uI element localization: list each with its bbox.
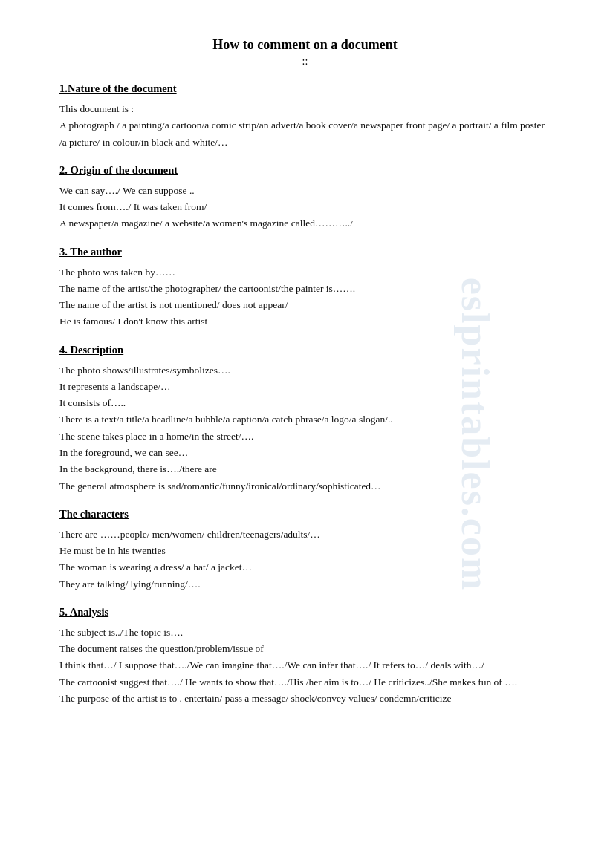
section-line: The woman is wearing a dress/ a hat/ a j… bbox=[59, 559, 551, 575]
section-line: He must be in his twenties bbox=[59, 543, 551, 559]
section-line: The photo shows/illustrates/symbolizes…. bbox=[59, 362, 551, 379]
section-line: It comes from…./ It was taken from/ bbox=[59, 199, 551, 215]
section-analysis: 5. AnalysisThe subject is../The topic is… bbox=[59, 606, 551, 707]
section-heading-origin: 2. Origin of the document bbox=[59, 164, 551, 177]
section-line: The name of the artist/the photographer/… bbox=[59, 281, 551, 297]
section-heading-nature: 1.Nature of the document bbox=[59, 82, 551, 95]
section-heading-author: 3. The author bbox=[59, 246, 551, 258]
section-body-description: The photo shows/illustrates/symbolizes….… bbox=[59, 362, 551, 495]
section-line: The general atmosphere is sad/romantic/f… bbox=[59, 478, 551, 495]
section-line: A newspaper/a magazine/ a website/a wome… bbox=[59, 215, 551, 232]
section-line: The scene takes place in a home/in the s… bbox=[59, 428, 551, 445]
section-heading-characters: The characters bbox=[59, 508, 551, 521]
section-line: In the foreground, we can see… bbox=[59, 445, 551, 461]
section-line: They are talking/ lying/running/…. bbox=[59, 576, 551, 593]
section-line: This document is : bbox=[59, 101, 551, 117]
section-line: The document raises the question/problem… bbox=[59, 641, 551, 657]
section-line: The subject is../The topic is…. bbox=[59, 624, 551, 641]
page-subtitle: :: bbox=[59, 56, 551, 68]
section-line: In the background, there is…./there are bbox=[59, 461, 551, 477]
section-line: It represents a landscape/… bbox=[59, 379, 551, 395]
section-line: The name of the artist is not mentioned/… bbox=[59, 297, 551, 313]
section-body-characters: There are ……people/ men/women/ children/… bbox=[59, 526, 551, 593]
section-line: There are ……people/ men/women/ children/… bbox=[59, 526, 551, 543]
section-nature: 1.Nature of the documentThis document is… bbox=[59, 82, 551, 151]
section-line: I think that…/ I suppose that…./We can i… bbox=[59, 657, 551, 673]
section-line: There is a text/a title/a headline/a bub… bbox=[59, 411, 551, 428]
section-origin: 2. Origin of the documentWe can say…./ W… bbox=[59, 164, 551, 232]
section-body-author: The photo was taken by……The name of the … bbox=[59, 264, 551, 330]
section-heading-analysis: 5. Analysis bbox=[59, 606, 551, 619]
section-line: The cartoonist suggest that…./ He wants … bbox=[59, 674, 551, 691]
section-heading-description: 4. Description bbox=[59, 344, 551, 356]
section-line: It consists of….. bbox=[59, 395, 551, 411]
page-title: How to comment on a document bbox=[59, 37, 551, 53]
section-body-nature: This document is :A photograph / a paint… bbox=[59, 101, 551, 151]
section-body-analysis: The subject is../The topic is….The docum… bbox=[59, 624, 551, 707]
section-characters: The charactersThere are ……people/ men/wo… bbox=[59, 508, 551, 593]
section-line: The photo was taken by…… bbox=[59, 264, 551, 281]
section-description: 4. DescriptionThe photo shows/illustrate… bbox=[59, 344, 551, 495]
section-line: We can say…./ We can suppose .. bbox=[59, 183, 551, 199]
document-page: eslprintables.com How to comment on a do… bbox=[0, 0, 610, 868]
section-author: 3. The authorThe photo was taken by……The… bbox=[59, 246, 551, 330]
section-line: He is famous/ I don't know this artist bbox=[59, 313, 551, 330]
section-line: The purpose of the artist is to . entert… bbox=[59, 691, 551, 707]
section-line: A photograph / a painting/a cartoon/a co… bbox=[59, 117, 551, 151]
section-body-origin: We can say…./ We can suppose ..It comes … bbox=[59, 183, 551, 232]
